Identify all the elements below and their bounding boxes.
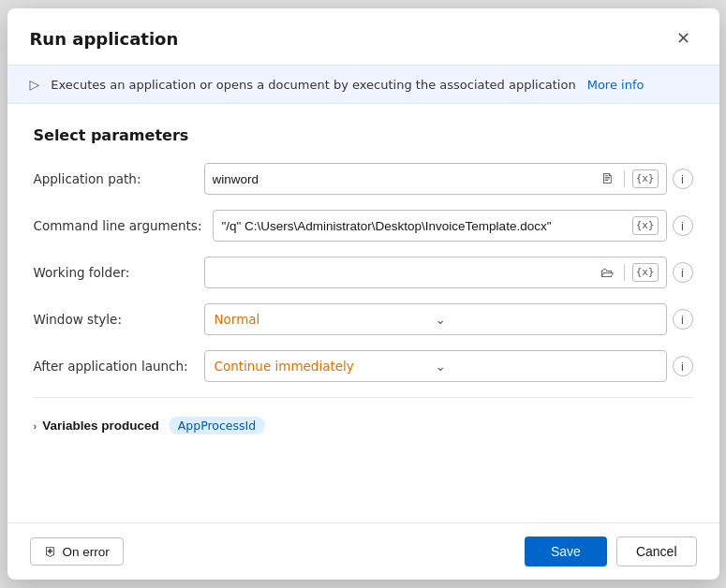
dialog-footer: ⛨ On error Save Cancel <box>7 522 719 580</box>
command-line-variable-button[interactable]: {x} <box>632 216 659 235</box>
dialog-body: Select parameters Application path: 🖹 {x… <box>7 104 719 522</box>
banner-text: Executes an application or opens a docum… <box>51 78 575 92</box>
command-line-control: {x} i <box>213 210 692 242</box>
app-process-id-badge: AppProcessId <box>169 417 265 434</box>
command-line-row: Command line arguments: {x} i <box>34 210 693 242</box>
after-launch-label: After application launch: <box>34 359 193 374</box>
info-banner: ▷ Executes an application or opens a doc… <box>7 66 719 104</box>
close-button[interactable]: ✕ <box>671 25 697 51</box>
application-path-row: Application path: 🖹 {x} i <box>34 163 693 195</box>
application-path-input-wrap: 🖹 {x} <box>204 163 667 195</box>
file-icon: 🖹 <box>600 171 614 186</box>
application-path-icons: 🖹 {x} <box>598 169 659 188</box>
section-title: Select parameters <box>34 126 693 144</box>
info-icon-2: i <box>681 219 684 233</box>
window-style-select[interactable]: Normal ⌄ <box>204 303 667 335</box>
more-info-link[interactable]: More info <box>587 78 645 92</box>
working-folder-input[interactable] <box>213 266 598 280</box>
shield-icon: ⛨ <box>44 544 57 559</box>
variables-label: Variables produced <box>42 419 159 433</box>
dialog-title: Run application <box>30 29 179 49</box>
window-style-control: Normal ⌄ i <box>204 303 693 335</box>
folder-icon: 🗁 <box>600 265 614 280</box>
window-style-chevron: ⌄ <box>436 312 657 327</box>
info-icon-4: i <box>681 313 684 327</box>
working-folder-label: Working folder: <box>34 265 193 280</box>
working-folder-input-wrap: 🗁 {x} <box>204 257 667 288</box>
after-launch-value: Continue immediately <box>215 359 436 374</box>
separator <box>624 170 625 187</box>
working-folder-control: 🗁 {x} i <box>204 257 693 288</box>
insert-variable-button[interactable]: {x} <box>632 169 659 188</box>
command-line-icons: {x} <box>632 216 659 235</box>
after-launch-info-button[interactable]: i <box>673 356 693 376</box>
after-launch-select[interactable]: Continue immediately ⌄ <box>204 350 667 382</box>
command-line-input-wrap: {x} <box>213 210 666 242</box>
separator-2 <box>624 264 625 281</box>
variables-chevron-icon: › <box>34 420 37 432</box>
close-icon: ✕ <box>676 28 690 49</box>
folder-browse-button[interactable]: 🗁 <box>598 263 616 282</box>
after-launch-chevron: ⌄ <box>436 359 657 374</box>
window-style-info-button[interactable]: i <box>673 309 693 330</box>
cancel-button[interactable]: Cancel <box>616 537 697 566</box>
save-button[interactable]: Save <box>525 537 607 566</box>
working-folder-variable-button[interactable]: {x} <box>632 263 659 282</box>
variables-toggle-button[interactable]: › Variables produced <box>34 419 159 433</box>
command-line-info-button[interactable]: i <box>673 215 693 236</box>
variables-produced-row: › Variables produced AppProcessId <box>34 409 693 442</box>
after-launch-control: Continue immediately ⌄ i <box>204 350 693 382</box>
run-application-dialog: Run application ✕ ▷ Executes an applicat… <box>7 8 719 580</box>
working-folder-row: Working folder: 🗁 {x} i <box>34 257 693 288</box>
command-line-input[interactable] <box>221 219 631 233</box>
file-browse-button[interactable]: 🖹 <box>598 169 616 188</box>
info-icon: i <box>681 172 684 186</box>
footer-actions: Save Cancel <box>525 537 697 566</box>
info-icon-3: i <box>681 266 684 280</box>
window-style-label: Window style: <box>34 312 193 327</box>
play-icon: ▷ <box>30 77 40 92</box>
info-icon-5: i <box>681 360 684 374</box>
application-path-control: 🖹 {x} i <box>204 163 693 195</box>
window-style-value: Normal <box>215 312 436 327</box>
application-path-input[interactable] <box>213 172 598 186</box>
on-error-button[interactable]: ⛨ On error <box>30 537 124 566</box>
divider <box>34 397 693 398</box>
dialog-header: Run application ✕ <box>7 8 719 66</box>
command-line-label: Command line arguments: <box>34 218 202 233</box>
application-path-label: Application path: <box>34 171 193 186</box>
after-launch-row: After application launch: Continue immed… <box>34 350 693 382</box>
on-error-label: On error <box>63 545 110 559</box>
application-path-info-button[interactable]: i <box>673 169 693 189</box>
working-folder-info-button[interactable]: i <box>673 262 693 283</box>
working-folder-icons: 🗁 {x} <box>598 263 659 282</box>
window-style-row: Window style: Normal ⌄ i <box>34 303 693 335</box>
